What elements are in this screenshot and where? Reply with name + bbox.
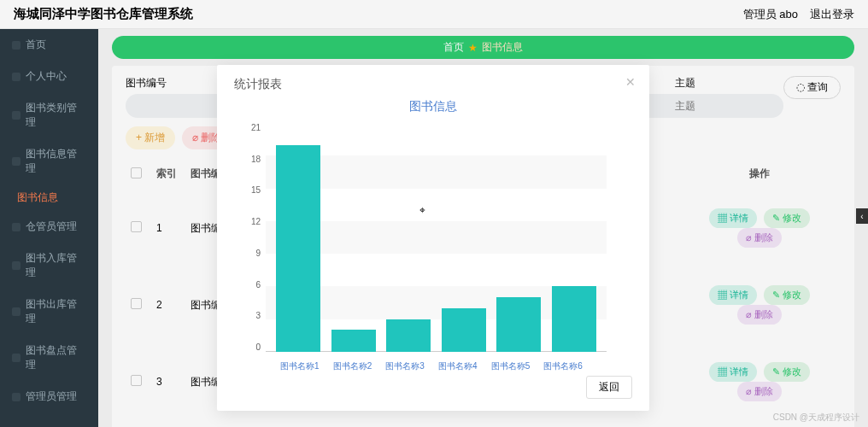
bar bbox=[331, 330, 376, 352]
modal-title: 统计报表 bbox=[234, 77, 632, 92]
y-tick: 18 bbox=[251, 155, 261, 164]
x-tick: 图书名称1 bbox=[280, 360, 320, 372]
y-tick: 21 bbox=[251, 123, 261, 132]
x-tick: 图书名称6 bbox=[543, 360, 583, 372]
x-tick: 图书名称4 bbox=[438, 360, 478, 372]
x-tick: 图书名称2 bbox=[333, 360, 372, 372]
x-tick: 图书名称5 bbox=[491, 360, 531, 372]
y-tick: 3 bbox=[256, 311, 261, 320]
y-tick: 9 bbox=[256, 249, 261, 258]
bar bbox=[552, 286, 596, 352]
bar bbox=[496, 297, 541, 352]
chart-area: 211815129630 bbox=[234, 120, 632, 355]
y-tick: 15 bbox=[251, 185, 261, 195]
bar bbox=[442, 308, 486, 352]
watermark: CSDN @天成程序设计 bbox=[773, 412, 859, 424]
y-tick: 6 bbox=[256, 280, 261, 290]
back-button[interactable]: 返回 bbox=[586, 376, 632, 399]
x-tick: 图书名称3 bbox=[385, 360, 425, 372]
bar bbox=[276, 145, 320, 352]
chart-title: 图书信息 bbox=[234, 99, 632, 114]
stats-modal: ✕ 统计报表 图书信息 211815129630 图书名称1图书名称2图书名称3… bbox=[217, 65, 649, 411]
bar bbox=[386, 319, 431, 352]
y-tick: 12 bbox=[251, 217, 261, 226]
y-axis: 211815129630 bbox=[251, 123, 266, 352]
plot-area bbox=[266, 123, 607, 352]
close-icon[interactable]: ✕ bbox=[625, 75, 636, 89]
x-axis-labels: 图书名称1图书名称2图书名称3图书名称4图书名称5图书名称6 bbox=[234, 355, 632, 372]
bars-group bbox=[266, 123, 607, 352]
side-handle[interactable]: ‹ bbox=[856, 208, 868, 224]
y-tick: 0 bbox=[256, 342, 261, 352]
